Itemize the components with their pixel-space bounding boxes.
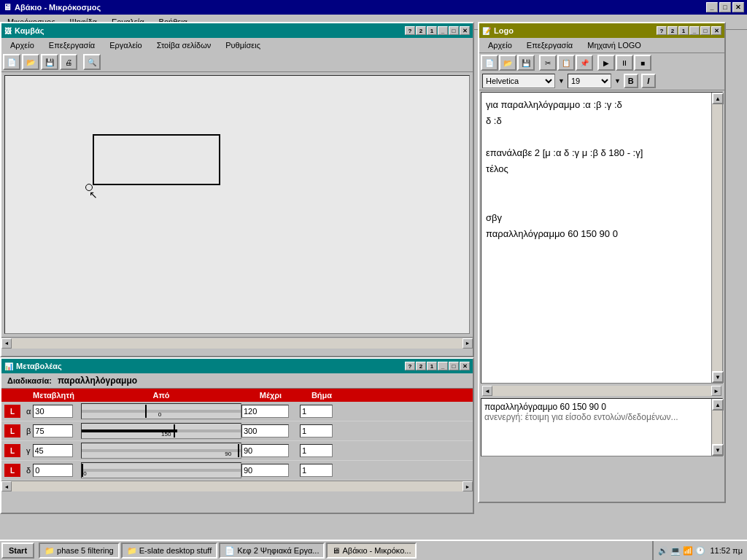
- toolbar-open[interactable]: 📂: [22, 54, 39, 70]
- taskbar-item-eslate-label: E-slate desktop stuff: [139, 546, 212, 555]
- logo-size-select[interactable]: 19: [568, 74, 611, 88]
- toolbar-save[interactable]: 💾: [41, 54, 58, 70]
- logo-toolbar-save[interactable]: 💾: [517, 55, 535, 71]
- var-beta-slider[interactable]: 150: [81, 423, 241, 439]
- var-delta-slider[interactable]: 0: [81, 462, 241, 478]
- main-close-btn[interactable]: ✕: [732, 2, 744, 12]
- metavoleas-icon2[interactable]: 2: [416, 362, 426, 370]
- logo-toolbar-pause[interactable]: ⏸: [616, 55, 633, 71]
- canvas-scroll-right[interactable]: ►: [462, 338, 473, 349]
- logo-editor-scroll-up[interactable]: ▲: [712, 93, 724, 104]
- var-alpha-name: α: [26, 407, 31, 416]
- cursor-icon: ↖: [89, 189, 98, 201]
- logo-toolbar-play[interactable]: ▶: [597, 55, 615, 71]
- logo-menu-arxeio[interactable]: Αρχείο: [484, 39, 516, 51]
- logo-editor-scroll-track[interactable]: [712, 104, 722, 371]
- logo-icon3[interactable]: 1: [678, 26, 689, 35]
- var-gamma-from[interactable]: [33, 444, 73, 457]
- metavoleas-scroll-track[interactable]: [12, 481, 462, 491]
- var-alpha-from[interactable]: [33, 405, 73, 418]
- logo-scroll-track2[interactable]: [492, 386, 711, 396]
- logo-icon2[interactable]: 2: [667, 26, 678, 35]
- taskbar-item-eslate[interactable]: 📁 E-slate desktop stuff: [121, 542, 217, 559]
- logo-output-scroll-track[interactable]: [712, 411, 722, 444]
- logo-output-scroll-up[interactable]: ▲: [712, 399, 724, 411]
- logo-menu-epexergasia[interactable]: Επεξεργασία: [522, 39, 577, 51]
- logo-toolbar-cut[interactable]: ✂: [539, 55, 557, 71]
- var-alpha-to[interactable]: [241, 405, 289, 418]
- var-beta-from[interactable]: [33, 424, 73, 438]
- logo-italic-btn[interactable]: I: [641, 74, 656, 88]
- logo-font-select[interactable]: Helvetica: [482, 74, 555, 88]
- var-alpha-slider[interactable]: 0: [81, 403, 241, 419]
- canvas-minimize[interactable]: _: [438, 26, 448, 35]
- canvas-icon2[interactable]: 2: [416, 26, 426, 35]
- canvas-maximize[interactable]: □: [449, 26, 459, 35]
- var-beta-step[interactable]: [300, 424, 333, 438]
- var-beta-to[interactable]: [241, 424, 289, 438]
- canvas-scroll-track[interactable]: [12, 338, 462, 349]
- var-icon-gamma[interactable]: L: [4, 444, 20, 457]
- logo-bold-btn[interactable]: B: [624, 74, 638, 88]
- var-gamma-step[interactable]: [300, 444, 333, 457]
- logo-toolbar-open[interactable]: 📂: [499, 55, 516, 71]
- canvas-scroll-left[interactable]: ◄: [1, 338, 12, 349]
- logo-font-bar: Helvetica ▼ 19 ▼ B I: [479, 72, 724, 90]
- logo-toolbar-copy[interactable]: 📋: [557, 55, 575, 71]
- var-beta-name: β: [26, 427, 31, 435]
- canvas-icon3[interactable]: 1: [427, 26, 437, 35]
- var-icon-alpha[interactable]: L: [4, 405, 20, 418]
- logo-toolbar-stop[interactable]: ■: [634, 55, 651, 71]
- logo-output-scroll-down[interactable]: ▼: [712, 444, 724, 456]
- taskbar-item-avakio[interactable]: 🖥 Αβάκιο - Μικρόκο...: [326, 542, 417, 559]
- canvas-icon1[interactable]: ?: [405, 26, 415, 35]
- metavoleas-icon3[interactable]: 1: [427, 362, 437, 370]
- metavoleas-icon1[interactable]: ?: [405, 362, 415, 370]
- taskbar-time: 11:52 πμ: [710, 546, 743, 555]
- toolbar-new[interactable]: 📄: [3, 54, 20, 70]
- metavoleas-close[interactable]: ✕: [460, 362, 470, 370]
- logo-maximize[interactable]: □: [700, 26, 711, 35]
- logo-icon1[interactable]: ?: [657, 26, 667, 35]
- toolbar-print[interactable]: 🖨: [60, 54, 77, 70]
- metavoleas-minimize[interactable]: _: [438, 362, 448, 370]
- canvas-menu-rythmiseis[interactable]: Ρυθμίσεις: [221, 39, 265, 51]
- canvas-menu-arxeio[interactable]: Αρχείο: [6, 39, 39, 51]
- taskbar-item-phase[interactable]: 📁 phase 5 filtering: [39, 542, 120, 559]
- var-icon-beta[interactable]: L: [4, 424, 20, 438]
- var-alpha-tick: 0: [158, 411, 161, 418]
- canvas-menu-ergaleio[interactable]: Εργαλείο: [105, 39, 146, 51]
- logo-editor-scroll-down[interactable]: ▼: [712, 371, 724, 383]
- main-maximize-btn[interactable]: □: [719, 2, 731, 12]
- logo-menu-mixani[interactable]: Μηχανή LOGO: [583, 39, 646, 51]
- metavoleas-scroll-right[interactable]: ►: [462, 481, 473, 491]
- logo-minimize[interactable]: _: [689, 26, 700, 35]
- canvas-menu-epexergasia[interactable]: Επεξεργασία: [44, 39, 99, 51]
- logo-scroll-left2[interactable]: ◄: [482, 386, 492, 396]
- toolbar-extra[interactable]: 🔍: [83, 54, 101, 70]
- logo-line-8: σβγ: [486, 210, 708, 226]
- logo-scroll-right2[interactable]: ►: [711, 386, 721, 396]
- logo-editor[interactable]: για παραλληλόγραμμο :α :β :γ :δ δ :δ επα…: [481, 92, 723, 384]
- metavoleas-maximize[interactable]: □: [449, 362, 459, 370]
- var-gamma-slider[interactable]: 90: [81, 443, 241, 459]
- main-minimize-btn[interactable]: _: [706, 2, 718, 12]
- metavoleas-scroll-left[interactable]: ◄: [1, 481, 12, 491]
- logo-line-7: [486, 194, 708, 210]
- var-gamma-to[interactable]: [241, 444, 289, 457]
- canvas-menu-stoiva[interactable]: Στοίβα σελίδων: [152, 39, 216, 51]
- metavoleas-window: 📊 Μεταβολέας ? 2 1 _ □ ✕ Διαδικασία: παρ…: [0, 357, 474, 514]
- logo-toolbar-paste[interactable]: 📌: [576, 55, 593, 71]
- taskbar-item-kef[interactable]: 📄 Κεφ 2 Ψηφιακά Εργα...: [219, 542, 325, 559]
- canvas-close[interactable]: ✕: [460, 26, 470, 35]
- logo-close[interactable]: ✕: [711, 26, 721, 35]
- var-delta-step[interactable]: [300, 464, 333, 477]
- taskbar: Start 📁 phase 5 filtering 📁 E-slate desk…: [0, 540, 747, 560]
- var-icon-delta[interactable]: L: [4, 464, 20, 477]
- var-alpha-step[interactable]: [300, 405, 333, 418]
- start-button[interactable]: Start: [1, 542, 34, 559]
- var-delta-from[interactable]: [33, 464, 73, 477]
- logo-toolbar-new[interactable]: 📄: [481, 55, 498, 71]
- taskbar-item-phase-label: phase 5 filtering: [57, 546, 114, 555]
- var-delta-to[interactable]: [241, 464, 289, 477]
